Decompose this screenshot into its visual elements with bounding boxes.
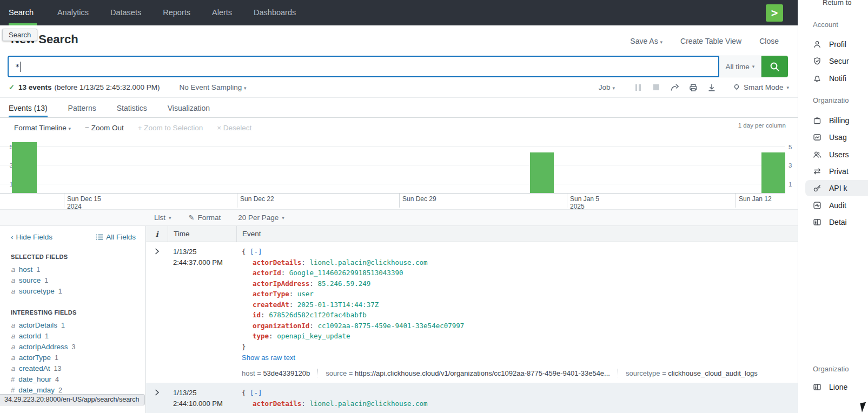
event-field-host[interactable]: host = 53de4339120b	[242, 369, 310, 377]
timeline-bar[interactable]	[530, 152, 554, 193]
y-gridline	[0, 184, 785, 184]
tab-visualization[interactable]: Visualization	[168, 104, 210, 117]
field-item-createdAt[interactable]: acreatedAt13	[11, 363, 136, 374]
expand-event-button[interactable]	[146, 388, 168, 409]
show-raw-text-link[interactable]: Show as raw text	[242, 354, 798, 362]
field-item-source[interactable]: asource1	[11, 275, 136, 286]
export-button[interactable]	[703, 83, 721, 92]
nav-item-reports[interactable]: Reports	[152, 0, 201, 25]
json-collapse-toggle[interactable]: [-]	[250, 389, 262, 397]
field-item-sourcetype[interactable]: asourcetype1	[11, 286, 136, 297]
close-button[interactable]: Close	[759, 37, 779, 45]
time-range-picker[interactable]: All time ▾	[719, 56, 761, 77]
usage-icon	[813, 133, 821, 142]
field-count: 1	[58, 288, 62, 295]
search-mode-dropdown[interactable]: Smart Mode ▾	[733, 83, 789, 91]
field-name: createdAt	[19, 364, 50, 372]
menu-item-secur[interactable]: Secur	[813, 56, 849, 66]
splunk-window: SearchAnalyticsDatasetsReportsAlertsDash…	[0, 0, 798, 413]
nav-item-dashboards[interactable]: Dashboards	[243, 0, 307, 25]
event-time-cell: 1/13/252:44:37.000 PM	[168, 247, 236, 377]
tab-statistics[interactable]: Statistics	[117, 104, 147, 117]
chevron-down-icon: ▾	[244, 85, 247, 91]
menu-item-apik[interactable]: API k	[813, 183, 847, 194]
menu-item-profil[interactable]: Profil	[813, 39, 846, 50]
field-type-icon: a	[11, 287, 15, 295]
pause-icon	[635, 84, 641, 91]
search-query-text: *	[15, 62, 19, 71]
field-item-actorType[interactable]: aactorType1	[11, 352, 136, 363]
menu-item-billing[interactable]: Billing	[813, 115, 849, 126]
save-as-button[interactable]: Save As ▾	[630, 37, 662, 45]
nav-item-analytics[interactable]: Analytics	[47, 0, 100, 25]
info-column-header: i	[146, 230, 168, 238]
json-pair: actorDetails: lionel.palacin@clickhouse.…	[242, 257, 798, 268]
event-field-source[interactable]: source = https://api.clickhouse.cloud/v1…	[326, 369, 610, 377]
field-key: host =	[242, 369, 263, 377]
nav-item-alerts[interactable]: Alerts	[201, 0, 243, 25]
section-label-2: Organizatio	[813, 365, 849, 373]
results-format-bar: List ▾ ✎ Format 20 Per Page ▾	[0, 209, 798, 226]
field-item-actorDetails[interactable]: aactorDetails1	[11, 320, 136, 331]
x-tick-label: Sun Dec 22	[237, 195, 274, 203]
menu-item-usag[interactable]: Usag	[813, 132, 847, 143]
return-to-link[interactable]: Return to	[823, 0, 851, 6]
events-timeline-chart: 113355 Sun Dec 152024Sun Dec 22Sun Dec 2…	[0, 137, 798, 209]
splunk-logo[interactable]: >	[766, 4, 783, 22]
menu-item-privat[interactable]: Privat	[813, 166, 849, 177]
events-count: 13 events	[18, 83, 52, 91]
nav-item-search[interactable]: Search	[9, 0, 47, 25]
pause-job-button[interactable]	[629, 84, 647, 91]
per-page-dropdown[interactable]: 20 Per Page ▾	[238, 214, 284, 222]
timeline-bar[interactable]	[12, 142, 37, 193]
create-table-view-button[interactable]: Create Table View	[680, 37, 741, 45]
header-actions: Save As ▾Create Table ViewClose	[630, 37, 779, 45]
expand-event-button[interactable]	[146, 247, 168, 377]
timeline-bar[interactable]	[761, 152, 785, 193]
menu-item-lione[interactable]: Lione	[813, 382, 847, 392]
json-colon: :	[301, 258, 309, 267]
nav-item-datasets[interactable]: Datasets	[100, 0, 152, 25]
event-sampling-dropdown[interactable]: No Event Sampling ▾	[180, 83, 247, 91]
menu-item-audit[interactable]: Audit	[813, 200, 846, 211]
print-button[interactable]	[684, 83, 703, 92]
event-field-sourcetype[interactable]: sourcetype = clickhouse_cloud_audit_logs	[626, 369, 758, 377]
search-app-tooltip: Search	[2, 29, 37, 41]
menu-item-notifi[interactable]: Notifi	[813, 73, 846, 84]
format-button[interactable]: ✎ Format	[189, 214, 221, 222]
hide-fields-button[interactable]: ‹ Hide Fields	[11, 233, 52, 241]
share-icon	[670, 83, 680, 92]
json-collapse-toggle[interactable]: [-]	[250, 248, 262, 256]
json-colon: :	[281, 269, 289, 277]
field-item-date_hour[interactable]: #date_hour4	[11, 374, 136, 385]
json-open-line: { [-]	[242, 388, 798, 398]
json-key: type	[253, 332, 269, 340]
format-timeline-button[interactable]: Format Timeline ▾	[14, 124, 71, 132]
shield-icon	[813, 57, 821, 65]
job-complete-check-icon: ✓	[9, 83, 15, 91]
share-job-button[interactable]	[666, 83, 684, 92]
menu-item-users[interactable]: Users	[813, 149, 849, 160]
job-menu[interactable]: Job ▾	[599, 83, 615, 91]
field-key: source =	[326, 369, 355, 377]
field-item-actorId[interactable]: aactorId1	[11, 331, 136, 342]
list-view-dropdown[interactable]: List ▾	[154, 214, 171, 222]
json-value: 85.246.59.249	[317, 279, 370, 288]
all-fields-button[interactable]: All Fields	[96, 233, 136, 241]
search-submit-button[interactable]	[761, 56, 788, 77]
field-value: clickhouse_cloud_audit_logs	[668, 369, 758, 377]
field-count: 3	[72, 343, 76, 351]
tab-events[interactable]: Events (13)	[9, 104, 48, 117]
splunk-logo-glyph: >	[771, 6, 778, 19]
search-input[interactable]: *	[8, 56, 719, 77]
field-item-actorIpAddress[interactable]: aactorIpAddress3	[11, 342, 136, 352]
field-type-icon: #	[11, 375, 15, 383]
field-item-host[interactable]: ahost1	[11, 264, 136, 275]
stop-job-button[interactable]	[647, 84, 666, 90]
menu-item-detai[interactable]: Detai	[813, 217, 847, 228]
-zoom-out-button[interactable]: − Zoom Out	[85, 124, 124, 132]
chevron-down-icon: ▾	[660, 39, 663, 45]
timeline-plot-area[interactable]: 113355	[0, 140, 785, 194]
tab-patterns[interactable]: Patterns	[68, 104, 96, 117]
y-gridline	[0, 165, 785, 165]
